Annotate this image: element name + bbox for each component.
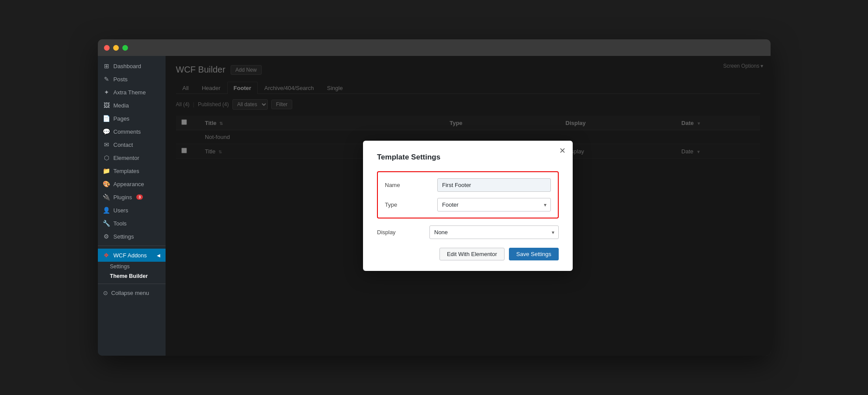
- plugins-icon: 🔌: [103, 194, 110, 201]
- name-input[interactable]: [437, 178, 551, 192]
- users-icon: 👤: [103, 207, 110, 214]
- sidebar-item-settings[interactable]: ⚙ Settings: [98, 230, 166, 243]
- pages-icon: 📄: [103, 115, 110, 122]
- appearance-icon: 🎨: [103, 180, 110, 187]
- minimize-button[interactable]: [113, 45, 119, 51]
- modal-close-button[interactable]: ✕: [559, 147, 566, 155]
- modal-overlay: Template Settings ✕ Name Type: [166, 56, 771, 356]
- sidebar-item-plugins[interactable]: 🔌 Plugins 3: [98, 191, 166, 204]
- sidebar-item-templates[interactable]: 📁 Templates: [98, 164, 166, 177]
- sidebar-item-elementor[interactable]: ⬡ Elementor: [98, 151, 166, 164]
- type-select-wrapper: HeaderFooterSingleArchive/404/Search ▾: [437, 198, 551, 211]
- name-label: Name: [385, 182, 437, 188]
- titlebar: [98, 39, 771, 56]
- mac-window: ⊞ Dashboard ✎ Posts ✦ Axtra Theme 🖼 Medi…: [98, 39, 771, 356]
- settings-icon: ⚙: [103, 233, 110, 240]
- display-select[interactable]: NoneEntire SiteFront PagePosts Page: [429, 225, 559, 239]
- type-form-row: Type HeaderFooterSingleArchive/404/Searc…: [385, 198, 551, 211]
- tools-icon: 🔧: [103, 220, 110, 227]
- collapse-icon: ⊙: [103, 290, 108, 296]
- fullscreen-button[interactable]: [122, 45, 128, 51]
- contact-icon: ✉: [103, 141, 110, 148]
- sidebar-item-posts[interactable]: ✎ Posts: [98, 73, 166, 86]
- sidebar-item-contact[interactable]: ✉ Contact: [98, 138, 166, 151]
- sidebar-item-wcf-addons[interactable]: ❖ WCF Addons ◀: [98, 249, 166, 262]
- sidebar-divider-2: [98, 284, 166, 284]
- modal-title: Template Settings: [377, 153, 559, 162]
- sidebar-divider: [98, 246, 166, 246]
- display-select-wrapper: NoneEntire SiteFront PagePosts Page ▾: [429, 225, 559, 239]
- name-form-row: Name: [385, 178, 551, 192]
- sidebar-item-pages[interactable]: 📄 Pages: [98, 112, 166, 125]
- sidebar-sub-theme-builder[interactable]: Theme Builder: [98, 271, 166, 281]
- axtra-icon: ✦: [103, 89, 110, 96]
- sidebar-item-comments[interactable]: 💬 Comments: [98, 125, 166, 138]
- sidebar-item-appearance[interactable]: 🎨 Appearance: [98, 177, 166, 191]
- sidebar-item-media[interactable]: 🖼 Media: [98, 99, 166, 112]
- posts-icon: ✎: [103, 76, 110, 83]
- templates-icon: 📁: [103, 167, 110, 174]
- modal-actions: Edit With Elementor Save Settings: [377, 248, 559, 260]
- sidebar: ⊞ Dashboard ✎ Posts ✦ Axtra Theme 🖼 Medi…: [98, 56, 166, 356]
- plugins-badge: 3: [136, 194, 143, 200]
- wcf-addons-arrow: ◀: [157, 253, 160, 258]
- modal-highlighted-section: Name Type HeaderFooterSingleArchive/404/…: [377, 171, 559, 218]
- template-settings-modal: Template Settings ✕ Name Type: [363, 141, 573, 271]
- elementor-icon: ⬡: [103, 154, 110, 161]
- wcf-addons-icon: ❖: [103, 252, 110, 259]
- type-select[interactable]: HeaderFooterSingleArchive/404/Search: [437, 198, 551, 211]
- collapse-menu-button[interactable]: ⊙ Collapse menu: [98, 287, 166, 299]
- edit-with-elementor-button[interactable]: Edit With Elementor: [439, 248, 505, 260]
- sidebar-item-axtra-theme[interactable]: ✦ Axtra Theme: [98, 86, 166, 99]
- sidebar-item-dashboard[interactable]: ⊞ Dashboard: [98, 59, 166, 73]
- sidebar-item-users[interactable]: 👤 Users: [98, 204, 166, 217]
- type-label: Type: [385, 201, 437, 208]
- save-settings-button[interactable]: Save Settings: [509, 248, 559, 260]
- display-form-row: Display NoneEntire SiteFront PagePosts P…: [377, 225, 559, 239]
- display-label: Display: [377, 229, 429, 236]
- sidebar-item-tools[interactable]: 🔧 Tools: [98, 217, 166, 230]
- media-icon: 🖼: [103, 102, 110, 109]
- sidebar-sub-settings[interactable]: Settings: [98, 262, 166, 271]
- close-button[interactable]: [104, 45, 110, 51]
- comments-icon: 💬: [103, 128, 110, 135]
- dashboard-icon: ⊞: [103, 62, 110, 69]
- main-content: Screen Options ▾ WCF Builder Add New All…: [166, 56, 771, 356]
